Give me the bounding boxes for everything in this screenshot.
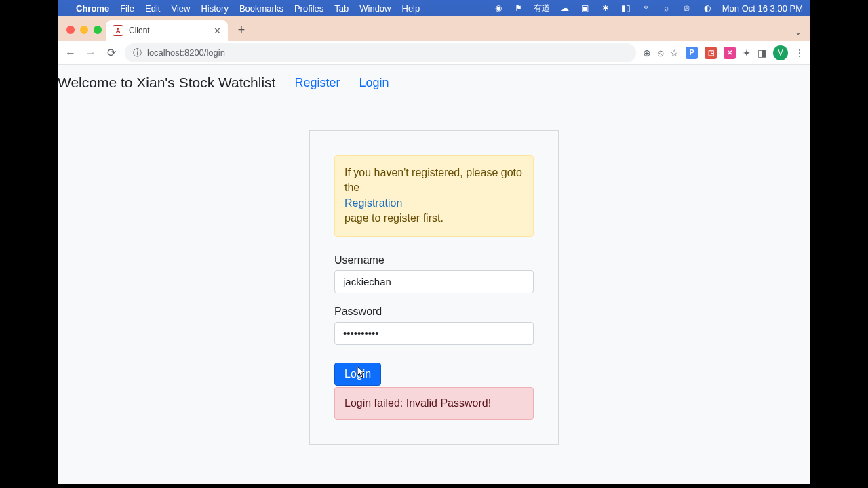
extensions-puzzle-icon[interactable]: ✦ — [743, 47, 751, 58]
nav-login-link[interactable]: Login — [359, 76, 389, 90]
menu-profiles[interactable]: Profiles — [294, 3, 323, 14]
url-text: localhost:8200/login — [147, 47, 225, 58]
tab-title: Client — [129, 26, 150, 35]
menu-bookmarks[interactable]: Bookmarks — [239, 3, 283, 14]
notice-text-post: page to register first. — [344, 212, 443, 224]
chrome-menu-icon[interactable]: ⋮ — [795, 47, 804, 58]
back-button[interactable]: ← — [64, 47, 77, 59]
forward-button[interactable]: → — [84, 47, 98, 59]
profile-avatar[interactable]: M — [773, 45, 788, 60]
bluetooth-icon[interactable]: ✱ — [600, 3, 611, 14]
macos-menubar: Chrome File Edit View History Bookmarks … — [58, 0, 810, 16]
page-content: Welcome to Xian's Stock Watchlist Regist… — [58, 65, 810, 484]
menubar-app-name[interactable]: Chrome — [76, 3, 109, 14]
siri-icon[interactable]: ◐ — [702, 3, 713, 14]
login-card: If you haven't registered, please goto t… — [309, 130, 559, 445]
page-title: Welcome to Xian's Stock Watchlist — [58, 75, 275, 91]
menu-file[interactable]: File — [120, 3, 134, 14]
password-label: Password — [334, 306, 534, 318]
new-tab-button[interactable]: + — [232, 20, 251, 39]
url-field[interactable]: ⓘ localhost:8200/login — [125, 43, 636, 62]
menu-edit[interactable]: Edit — [145, 3, 160, 14]
address-bar: ← → ⟳ ⓘ localhost:8200/login ⊕ ⎋ ☆ P ◳ ✕… — [58, 41, 810, 65]
chrome-window: A Client ✕ + ⌄ ← → ⟳ ⓘ localhost:8200/lo… — [58, 16, 810, 484]
menu-history[interactable]: History — [201, 3, 228, 14]
search-icon[interactable]: ⌕ — [661, 3, 672, 14]
browser-tab[interactable]: A Client ✕ — [106, 20, 228, 41]
menu-window[interactable]: Window — [359, 3, 391, 14]
fullscreen-window-button[interactable] — [94, 26, 102, 34]
login-error-alert: Login failed: Invalid Password! — [334, 387, 534, 420]
menubar-clock[interactable]: Mon Oct 16 3:00 PM — [722, 3, 803, 14]
extension-icon[interactable]: ✕ — [724, 47, 736, 59]
extension-icon[interactable]: P — [686, 47, 698, 59]
cloud-icon[interactable]: ☁ — [559, 3, 570, 14]
username-input[interactable] — [334, 270, 534, 293]
menu-help[interactable]: Help — [402, 3, 420, 14]
extension-icon[interactable]: ◳ — [705, 47, 717, 59]
window-controls — [64, 26, 106, 41]
nav-register-link[interactable]: Register — [294, 76, 340, 90]
minimize-window-button[interactable] — [80, 26, 88, 34]
share-icon[interactable]: ⎋ — [658, 47, 663, 58]
record-icon[interactable]: ◉ — [493, 3, 504, 14]
notice-text-pre: If you haven't registered, please goto t… — [344, 167, 522, 193]
control-center-icon[interactable]: ⎚ — [682, 3, 692, 14]
zoom-icon[interactable]: ⊕ — [643, 47, 651, 58]
status-cn[interactable]: 有道 — [534, 3, 550, 14]
menu-view[interactable]: View — [171, 3, 190, 14]
wifi-icon[interactable]: ⌔ — [641, 3, 652, 14]
tab-strip: A Client ✕ + ⌄ — [58, 16, 810, 41]
login-button[interactable]: Login — [334, 363, 381, 386]
close-window-button[interactable] — [66, 26, 75, 34]
bookmark-icon[interactable]: ☆ — [670, 47, 679, 58]
password-input[interactable] — [334, 322, 534, 345]
registration-notice: If you haven't registered, please goto t… — [334, 155, 534, 237]
angular-favicon-icon: A — [113, 25, 123, 36]
site-info-icon[interactable]: ⓘ — [133, 47, 142, 59]
registration-link[interactable]: Registration — [344, 197, 402, 209]
status-icon[interactable]: ⚑ — [513, 3, 524, 14]
app-icon[interactable]: ▣ — [580, 3, 591, 14]
app-header: Welcome to Xian's Stock Watchlist Regist… — [58, 65, 810, 98]
username-label: Username — [334, 254, 534, 266]
reload-button[interactable]: ⟳ — [104, 46, 118, 59]
close-tab-icon[interactable]: ✕ — [214, 26, 221, 36]
battery-icon[interactable]: ▮▯ — [620, 3, 631, 14]
menu-tab[interactable]: Tab — [334, 3, 349, 14]
sidepanel-icon[interactable]: ◨ — [757, 47, 766, 58]
tabs-dropdown-icon[interactable]: ⌄ — [795, 27, 804, 37]
